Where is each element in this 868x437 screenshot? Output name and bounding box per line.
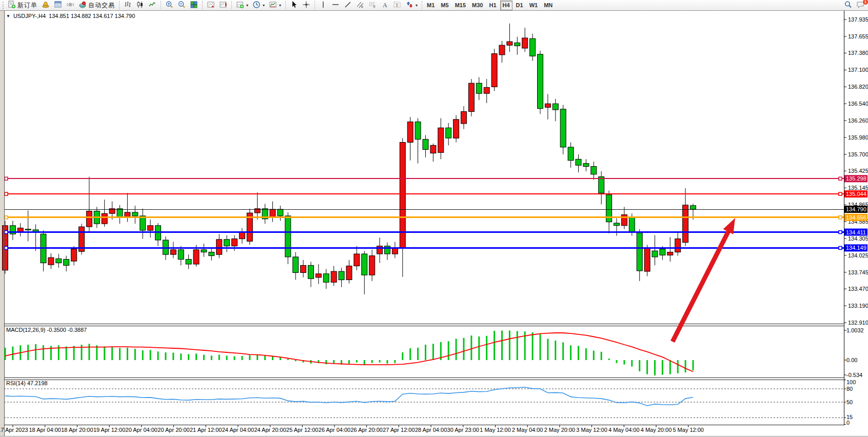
toolbar-separator [202,1,203,9]
tile-windows-icon [190,1,198,10]
market-watch-button[interactable] [52,1,64,10]
line-handle[interactable] [839,231,842,234]
line-handle[interactable] [5,231,8,234]
timeframe-button-d1[interactable]: D1 [514,1,526,10]
candlestick-chart-button[interactable] [134,1,146,10]
tile-windows-button[interactable] [188,1,200,10]
toolbar-grip[interactable] [3,2,4,9]
timeframe-button-w1[interactable]: W1 [527,1,541,10]
toolbar-separator [285,1,286,9]
chart-shift-button[interactable] [217,1,229,10]
equidistant-channel-button[interactable]: E [354,1,366,10]
toolbar-separator [422,1,422,9]
line-handle[interactable] [839,177,842,180]
chart-canvas[interactable]: 137.935137.655137.380137.100136.820136.5… [0,0,868,437]
timeframe-button-m5[interactable]: M5 [438,1,451,10]
svg-text:100: 100 [846,379,856,385]
chart-background[interactable] [0,11,868,437]
line-handle[interactable] [5,246,8,249]
main-toolbar: 新订单 自动交易 ▾ ▾ ▾ E F A T ▾ M1M5M15M30H1H4D… [0,0,868,11]
svg-text:136.260: 136.260 [848,117,868,124]
text-label-icon: T [393,1,401,10]
price-badge: 134.656 [844,214,867,221]
text-label-button[interactable]: T [391,1,403,10]
templates-button[interactable]: ▾ [267,1,283,10]
search-icon [844,1,852,10]
fibonacci-retracement-button[interactable]: F [366,1,379,10]
indicators-button[interactable]: ▾ [234,1,250,10]
auto-scroll-button[interactable] [205,1,217,10]
timeframe-button-m15[interactable]: M15 [452,1,468,10]
svg-text:A: A [383,1,387,8]
svg-text:21 Apr 12:00: 21 Apr 12:00 [190,427,222,433]
profiles-button[interactable] [40,1,52,10]
time-axis[interactable]: 17 Apr 202318 Apr 04:0018 Apr 20:0019 Ap… [0,425,704,433]
svg-text:135.298: 135.298 [846,175,866,182]
svg-text:4 May 20:00: 4 May 20:00 [641,427,672,433]
svg-text:4 May 04:00: 4 May 04:00 [608,427,640,433]
svg-text:30 Apr 23:00: 30 Apr 23:00 [447,427,479,433]
svg-text:133.745: 133.745 [848,269,868,275]
svg-text:20 Apr 04:00: 20 Apr 04:00 [126,427,157,433]
line-chart-button[interactable] [146,1,159,10]
svg-text:80: 80 [846,386,853,392]
timeframe-button-mn[interactable]: MN [541,1,555,10]
chevron-down-icon[interactable]: ▾ [279,3,281,8]
line-handle[interactable] [5,192,8,195]
equidistant-channel-icon: E [356,1,364,10]
svg-text:3 May 12:00: 3 May 12:00 [576,427,607,433]
chevron-down-icon[interactable]: ▾ [416,3,418,8]
arrows-icon [405,1,413,10]
cursor-button[interactable] [288,1,300,10]
search-button[interactable] [842,1,854,10]
trendline-button[interactable] [342,1,354,10]
svg-text:0: 0 [846,420,850,426]
zoom-out-button[interactable] [175,1,188,10]
svg-text:134.656: 134.656 [846,214,866,221]
svg-text:26 Apr 04:00: 26 Apr 04:00 [319,427,350,433]
svg-text:26 Apr 20:00: 26 Apr 20:00 [351,427,383,433]
price-badge: 134.790 [844,206,867,213]
horizontal-line-button[interactable] [329,1,342,10]
cursor-icon [290,1,298,10]
vertical-line-button[interactable] [317,1,329,10]
toolbar-separator [161,1,161,9]
line-handle[interactable] [839,246,842,249]
symbol-period-label: USDJPY-,H4 [13,13,46,19]
svg-text:E: E [361,5,363,8]
timeframe-button-h4[interactable]: H4 [500,1,512,10]
auto-trading-button[interactable]: 自动交易 [76,1,117,10]
trendline-icon [344,1,352,10]
chat-button[interactable]: 1 [854,1,867,10]
navigator-button[interactable] [64,1,76,10]
svg-text:137.935: 137.935 [848,16,868,23]
timeframe-button-h1[interactable]: H1 [486,1,499,10]
line-handle[interactable] [5,177,8,180]
line-handle[interactable] [839,216,842,219]
crosshair-button[interactable] [300,1,312,10]
line-chart-icon [148,1,156,10]
price-badge: 135.298 [844,175,867,182]
symbol-dropdown-icon[interactable]: ▼ [6,14,10,18]
zoom-in-button[interactable] [163,1,175,10]
bar-chart-button[interactable] [122,1,134,10]
timeframe-button-m30[interactable]: M30 [469,1,485,10]
svg-text:5 May 12:00: 5 May 12:00 [673,427,704,433]
bar-chart-icon [124,1,132,10]
arrows-button[interactable]: ▾ [403,1,420,10]
window-left-edge [0,11,4,437]
timeframe-button-m1[interactable]: M1 [424,1,437,10]
chevron-down-icon[interactable]: ▾ [263,3,265,8]
chart-window[interactable]: 137.935137.655137.380137.100136.820136.5… [0,0,868,437]
crosshair-icon [302,1,310,10]
toolbar-separator [314,1,315,9]
line-handle[interactable] [5,216,8,219]
chevron-down-icon[interactable]: ▾ [246,3,248,8]
new-order-button[interactable]: 新订单 [6,1,40,10]
text-button[interactable]: A [379,1,391,10]
svg-text:135.044: 135.044 [846,191,866,197]
svg-text:2 May 20:00: 2 May 20:00 [544,427,576,433]
line-handle[interactable] [839,192,842,195]
periods-button[interactable]: ▾ [250,1,267,10]
svg-text:1 May 12:00: 1 May 12:00 [480,427,511,433]
